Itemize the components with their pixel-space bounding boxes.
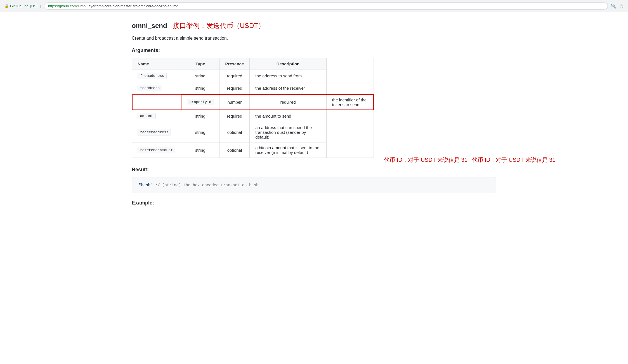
table-header-row: Name Type Presence Description [132,58,374,70]
param-type: string [181,82,220,94]
param-description: the address of the receiver [250,82,326,94]
search-icon[interactable]: 🔍 [611,3,616,9]
param-presence: required [219,82,250,94]
param-name: referenceamount [138,147,175,153]
result-code-block: "hash" // (string) the hex-encoded trans… [132,177,496,193]
table-row: amountstringrequiredthe amount to send [132,110,374,122]
param-description: a bitcoin amount that is sent to the rec… [250,142,326,158]
param-description: an address that can spend the transactio… [250,122,326,142]
browser-chrome: 🔒 GitHub, Inc. [US] | https://github.com… [0,0,628,12]
browser-icons: 🔍 ☆ [611,3,624,9]
param-name: fromaddress [138,73,167,79]
page-content: omni_send 接口举例：发送代币（USDT） Create and bro… [118,12,510,219]
result-title: Result: [132,167,496,173]
table-row: referenceamountstringoptionala bitcoin a… [132,142,374,158]
param-presence: optional [219,122,250,142]
security-org: GitHub, Inc. [US] [10,4,37,8]
page-description: Create and broadcast a simple send trans… [132,36,496,41]
arguments-table: Name Type Presence Description fromaddre… [132,58,374,158]
lock-icon: 🔒 [4,4,9,8]
security-badge: 🔒 GitHub, Inc. [US] [4,4,37,8]
result-code: "hash" // (string) the hex-encoded trans… [139,183,259,187]
url-separator: | [40,4,41,8]
param-name: amount [138,113,156,119]
param-name: toaddress [138,85,162,91]
table-row: propertyidnumberrequiredthe identifier o… [132,94,374,110]
param-type: string [181,142,220,158]
param-type: string [181,122,220,142]
col-header-name: Name [132,58,181,70]
param-description: the identifier of the tokens to send [326,94,374,110]
param-type: string [181,70,220,82]
api-subtitle: 接口举例：发送代币（USDT） [173,21,265,30]
param-presence: required [219,70,250,82]
param-presence: required [250,94,326,110]
api-name: omni_send [132,22,167,30]
table-row: toaddressstringrequiredthe address of th… [132,82,374,94]
col-header-presence: Presence [219,58,250,70]
result-section: Result: "hash" // (string) the hex-encod… [132,167,496,193]
col-header-type: Type [181,58,220,70]
param-name: propertyid [187,99,214,105]
url-rest-part: OmniLayer/omnicore/blob/master/src/omnic… [78,4,178,8]
url-green-part: https://github.com/ [48,4,78,8]
param-description: the amount to send [250,110,326,122]
param-type: string [181,110,220,122]
col-header-description: Description [250,58,326,70]
param-type: number [219,94,250,110]
table-row: fromaddressstringrequiredthe address to … [132,70,374,82]
page-header: omni_send 接口举例：发送代币（USDT） [132,21,496,30]
table-row: redeemaddressstringoptionalan address th… [132,122,374,142]
param-presence: optional [219,142,250,158]
example-title: Example: [132,200,496,206]
propertyid-annotation: 代币 ID，对于 USDT 来说值是 31 [472,156,556,164]
param-presence: required [219,110,250,122]
url-bar[interactable]: https://github.com/ OmniLayer/omnicore/b… [44,3,608,9]
bookmark-icon[interactable]: ☆ [620,3,624,9]
param-description: the address to send from [250,70,326,82]
arguments-title: Arguments: [132,47,496,53]
param-name: redeemaddress [138,129,171,135]
propertyid-annotation: 代币 ID，对于 USDT 来说值是 31 [384,156,468,164]
